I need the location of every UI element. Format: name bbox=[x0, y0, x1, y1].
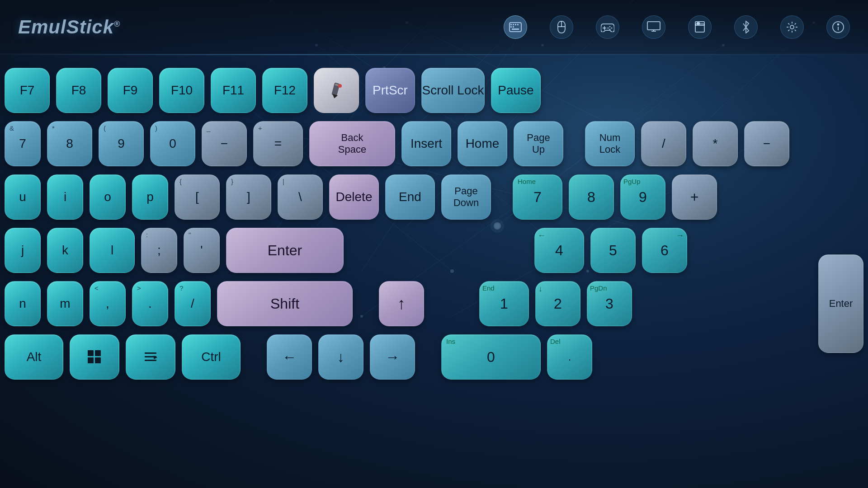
key-shift-right[interactable]: Shift bbox=[217, 281, 353, 326]
key-num-7[interactable]: Home 7 bbox=[513, 174, 562, 220]
key-9[interactable]: ( 9 bbox=[99, 121, 144, 166]
svg-rect-36 bbox=[517, 24, 519, 25]
key-equals[interactable]: + = bbox=[253, 121, 303, 166]
key-backslash[interactable]: | \ bbox=[278, 174, 323, 220]
key-m[interactable]: m bbox=[47, 281, 83, 326]
mouse-icon[interactable] bbox=[550, 15, 573, 39]
key-ctrl[interactable]: Ctrl bbox=[182, 334, 241, 380]
number-row: & 7 * 8 ( 9 ) 0 _ − + = BackSpace Insert… bbox=[0, 121, 868, 166]
key-scroll-lock[interactable]: Scroll Lock bbox=[421, 68, 485, 113]
svg-rect-66 bbox=[145, 352, 156, 354]
key-backspace[interactable]: BackSpace bbox=[309, 121, 395, 166]
key-num-8[interactable]: 8 bbox=[569, 174, 614, 220]
key-num-slash[interactable]: / bbox=[641, 121, 686, 166]
key-num-3[interactable]: PgDn 3 bbox=[587, 281, 632, 326]
key-quote[interactable]: " ' bbox=[184, 228, 220, 273]
header: EmulStick® bbox=[0, 0, 868, 54]
key-page-down[interactable]: PageDown bbox=[441, 174, 491, 220]
key-o[interactable]: o bbox=[90, 174, 126, 220]
key-prtscr[interactable]: PrtScr bbox=[365, 68, 415, 113]
key-num-multiply[interactable]: * bbox=[693, 121, 738, 166]
info-icon[interactable] bbox=[826, 15, 850, 39]
key-arrow-down[interactable]: ↓ bbox=[318, 334, 363, 380]
key-insert[interactable]: Insert bbox=[401, 121, 451, 166]
key-f10[interactable]: F10 bbox=[159, 68, 204, 113]
media-icon[interactable] bbox=[688, 15, 712, 39]
bluetooth-icon[interactable] bbox=[734, 15, 758, 39]
svg-rect-53 bbox=[697, 23, 699, 24]
svg-point-47 bbox=[608, 27, 609, 28]
uiop-row: u i o p { [ } ] | \ Delete End PageDown … bbox=[0, 174, 868, 220]
key-bracket-close[interactable]: } ] bbox=[226, 174, 271, 220]
key-num-2[interactable]: ↓ 2 bbox=[535, 281, 580, 326]
key-windows[interactable] bbox=[70, 334, 119, 380]
key-comma[interactable]: < , bbox=[90, 281, 126, 326]
key-num-enter[interactable]: Enter bbox=[818, 254, 863, 353]
settings-icon[interactable] bbox=[780, 15, 804, 39]
svg-point-44 bbox=[609, 26, 611, 27]
key-f9[interactable]: F9 bbox=[108, 68, 153, 113]
key-end[interactable]: End bbox=[385, 174, 435, 220]
key-8[interactable]: * 8 bbox=[47, 121, 92, 166]
key-f8[interactable]: F8 bbox=[56, 68, 101, 113]
key-n[interactable]: n bbox=[5, 281, 41, 326]
key-slash[interactable]: ? / bbox=[175, 281, 211, 326]
key-page-up[interactable]: PageUp bbox=[514, 121, 563, 166]
key-home[interactable]: Home bbox=[458, 121, 507, 166]
svg-point-54 bbox=[790, 25, 794, 29]
key-num-9[interactable]: PgUp 9 bbox=[620, 174, 665, 220]
key-7[interactable]: & 7 bbox=[5, 121, 41, 166]
key-p[interactable]: p bbox=[132, 174, 168, 220]
svg-rect-64 bbox=[88, 357, 94, 363]
key-minus[interactable]: _ − bbox=[202, 121, 247, 166]
key-f11[interactable]: F11 bbox=[211, 68, 256, 113]
key-0[interactable]: ) 0 bbox=[150, 121, 195, 166]
svg-point-57 bbox=[838, 23, 839, 25]
key-i[interactable]: i bbox=[47, 174, 83, 220]
svg-rect-33 bbox=[510, 24, 512, 25]
key-num-lock[interactable]: NumLock bbox=[585, 121, 635, 166]
key-l[interactable]: l bbox=[90, 228, 135, 273]
key-num-4[interactable]: ← 4 bbox=[534, 228, 584, 273]
key-num-del[interactable]: Del . bbox=[547, 334, 592, 380]
key-pen[interactable] bbox=[314, 68, 359, 113]
monitor-icon[interactable] bbox=[642, 15, 665, 39]
svg-point-46 bbox=[609, 28, 611, 30]
key-k[interactable]: k bbox=[47, 228, 83, 273]
key-arrow-right[interactable]: → bbox=[370, 334, 415, 380]
jkl-row: j k l : ; " ' Enter ← 4 5 → 6 bbox=[0, 228, 868, 273]
key-num-6[interactable]: → 6 bbox=[642, 228, 687, 273]
key-bracket-open[interactable]: { [ bbox=[175, 174, 220, 220]
svg-rect-63 bbox=[95, 350, 101, 356]
svg-rect-35 bbox=[515, 24, 516, 25]
key-pause[interactable]: Pause bbox=[491, 68, 541, 113]
key-num-1[interactable]: End 1 bbox=[479, 281, 529, 326]
key-j[interactable]: j bbox=[5, 228, 41, 273]
svg-point-61 bbox=[338, 84, 342, 88]
bottom-row: Alt Ctrl ← ↓ → Ins bbox=[0, 334, 868, 380]
key-alt[interactable]: Alt bbox=[5, 334, 63, 380]
keyboard-area: F7 F8 F9 F10 F11 F12 PrtScr Scroll Lock … bbox=[0, 54, 868, 488]
key-menu[interactable] bbox=[126, 334, 175, 380]
key-num-0[interactable]: Ins 0 bbox=[441, 334, 541, 380]
svg-rect-48 bbox=[647, 22, 660, 30]
svg-rect-37 bbox=[510, 26, 512, 28]
svg-rect-39 bbox=[512, 28, 519, 30]
key-num-plus-top[interactable]: + bbox=[672, 174, 717, 220]
key-u[interactable]: u bbox=[5, 174, 41, 220]
key-enter[interactable]: Enter bbox=[226, 228, 344, 273]
nm-row: n m < , > . ? / Shift ↑ End 1 ↓ 2 PgD bbox=[0, 281, 868, 326]
keyboard-icon[interactable] bbox=[504, 15, 527, 39]
key-delete[interactable]: Delete bbox=[329, 174, 379, 220]
key-f7[interactable]: F7 bbox=[5, 68, 50, 113]
key-semicolon[interactable]: : ; bbox=[141, 228, 177, 273]
key-num-5[interactable]: 5 bbox=[590, 228, 636, 273]
app-logo: EmulStick® bbox=[18, 16, 120, 38]
key-num-minus[interactable]: − bbox=[744, 121, 789, 166]
key-arrow-up[interactable]: ↑ bbox=[379, 281, 424, 326]
key-arrow-left[interactable]: ← bbox=[267, 334, 312, 380]
key-f12[interactable]: F12 bbox=[262, 68, 307, 113]
svg-rect-68 bbox=[145, 360, 156, 361]
key-period[interactable]: > . bbox=[132, 281, 168, 326]
gamepad-icon[interactable] bbox=[596, 15, 619, 39]
